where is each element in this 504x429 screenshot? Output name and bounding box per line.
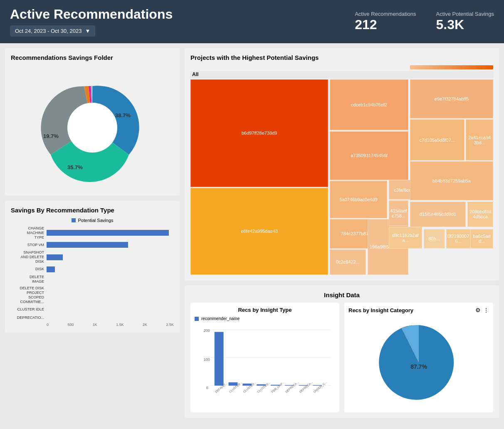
bar-track (47, 242, 174, 248)
treemap-cell: 2a41eca943bd... (466, 119, 493, 160)
bar-row: CHANGE MACHINE TYPE (11, 226, 174, 239)
treemap-cell: d15f5e485cdd9d1 (410, 202, 466, 227)
donut-panel: Recommendations Savings Folder (5, 48, 180, 196)
x-axis-label: 500 (67, 323, 74, 327)
treemap-cell: 80b... (424, 229, 445, 249)
chevron-down-icon: ▼ (85, 28, 90, 34)
stat-recommendations: Active Recommendations 212 (355, 11, 416, 32)
donut-title: Recommendations Savings Folder (11, 54, 174, 61)
treemap-cell-label: 0c2c6422... (335, 259, 361, 265)
svg-point-0 (67, 103, 117, 153)
insight-category-title: Recs by Insight Category (348, 307, 413, 313)
bar-track (47, 292, 174, 298)
insight-data-title: Insight Data (190, 291, 493, 298)
svg-text:200: 200 (204, 328, 210, 333)
svg-text:DEPRECA...: DEPRECA... (299, 381, 314, 394)
small-bar-legend: recommender_name (195, 316, 335, 321)
bar-row: DEPRECATIO... (11, 315, 174, 321)
treemap-cell: e8fe42a995dae43 (190, 188, 328, 275)
svg-text:CLUSTER...: CLUSTER... (242, 381, 257, 393)
svg-text:19.7%: 19.7% (43, 133, 59, 139)
bar-label: DEPRECATIO... (11, 316, 44, 320)
x-axis: 05001K1.5K2K2.5K (11, 323, 174, 327)
treemap-cell: cdceb1c94b76ef2 (330, 79, 408, 130)
bar-label: DELETE IMAGE (11, 275, 44, 284)
treemap-container: b6d97ff28e738d9e8fe42a995dae43cdceb1c94b… (190, 79, 493, 275)
x-axis-label: 2K (143, 323, 147, 327)
recommendations-value: 212 (355, 17, 416, 32)
bar-track (47, 230, 174, 236)
bar-row: DISK (11, 266, 174, 272)
insight-type-panel: Recs by Insight Type recommender_name 20… (190, 303, 339, 412)
treemap-cell: b84b83d7259ab5a (410, 161, 493, 200)
date-range-button[interactable]: Oct 24, 2023 - Oct 30, 2023 ▼ (10, 25, 95, 37)
header: Active Recommendations Oct 24, 2023 - Oc… (0, 0, 504, 43)
bar-track (47, 315, 174, 321)
treemap-cell: 0c2c6422... (330, 249, 366, 275)
main-grid: Recommendations Savings Folder (0, 43, 504, 428)
x-axis-label: 1K (93, 323, 97, 327)
bar-fill (47, 266, 55, 272)
insight-data-panel: Insight Data Recs by Insight Type recomm… (185, 286, 499, 418)
svg-text:0: 0 (206, 386, 208, 390)
x-axis-label: 0 (47, 323, 49, 327)
treemap-cell: c7d105a5d8f07... (410, 119, 464, 160)
bar-track (47, 254, 174, 260)
treemap-cell: 209bbd6fd4d5cca (467, 202, 493, 227)
treemap-cell: 415daefc758... (389, 200, 408, 226)
treemap-cell: e9e7f32784abff5 (410, 79, 493, 118)
treemap-cell-label: b6d97ff28e738d9 (241, 130, 278, 136)
all-label: All (192, 72, 198, 77)
bar-track (47, 307, 174, 313)
savings-value: 5.3K (436, 17, 494, 32)
bar-row: CLUSTER IDLE (11, 307, 174, 313)
bar-panel: Savings By Recommendation Type Potential… (5, 201, 180, 333)
insight-category-panel: Recs by Insight Category ⚙ ⋮ (344, 303, 493, 412)
insight-grid: Recs by Insight Type recommender_name 20… (190, 303, 493, 412)
treemap-cell-label: 80b... (427, 235, 441, 242)
treemap-cell: a7350931745456f (330, 131, 408, 180)
donut-chart: 38.7% 35.7% 19.7% (26, 69, 159, 186)
treemap-cell: d9c1182b2afa... (389, 227, 422, 249)
bar-chart: CHANGE MACHINE TYPESTOP VMSNAPSHOT AND D… (11, 226, 174, 321)
bar-row: DELETE IMAGE (11, 275, 174, 284)
bar-legend: Potential Savings (11, 218, 174, 223)
svg-text:35.7%: 35.7% (67, 164, 83, 170)
bar-row: STOP VM (11, 242, 174, 248)
treemap-cell-label: cdceb1c94b76ef2 (350, 101, 388, 108)
treemap-cell: 5a0746b9ac0e4d9 (330, 181, 387, 218)
small-legend-label: recommender_name (201, 316, 240, 321)
bar-label: DISK (11, 267, 44, 271)
stat-savings: Active Potential Savings 5.3K (436, 11, 494, 32)
treemap-cell-label: e8fe42a995dae43 (240, 228, 279, 234)
more-options-icon[interactable]: ⋮ (483, 307, 489, 313)
treemap-cell-label: b84b83d7259ab5a (432, 178, 472, 184)
svg-rect-10 (215, 332, 224, 385)
bar-fill (47, 254, 63, 260)
header-stats: Active Recommendations 212 Active Potent… (355, 11, 494, 32)
settings-icon[interactable]: ⚙ (475, 307, 481, 313)
category-pie-chart: 87.7% (377, 321, 460, 404)
bar-fill (47, 242, 128, 248)
treemap-legend-bar (410, 65, 493, 69)
bar-track (47, 266, 174, 272)
treemap-cell: 0f21900076... (446, 229, 470, 249)
treemap-cell-label: c7d105a5d8f07... (419, 137, 456, 143)
treemap-cell-label: d15f5e485cdd9d1 (419, 211, 457, 217)
svg-text:CLUSTER...: CLUSTER... (257, 381, 271, 393)
bar-track (47, 276, 174, 282)
bar-title: Savings By Recommendation Type (11, 207, 174, 214)
legend-label: Potential Savings (78, 218, 114, 223)
date-range-label: Oct 24, 2023 - Oct 30, 2023 (15, 28, 82, 34)
treemap-cell-label: 0f21900076... (447, 233, 470, 244)
bar-label: CHANGE MACHINE TYPE (11, 226, 44, 239)
x-axis-label: 2.5K (166, 323, 174, 327)
x-axis-label: 1.5K (116, 323, 124, 327)
header-left: Active Recommendations Oct 24, 2023 - Oc… (10, 7, 173, 37)
treemap-cell-label: 2a41eca943bd... (466, 134, 493, 146)
treemap-cell-label: 209bbd6fd4d5cca (468, 208, 493, 220)
svg-text:DEPRECA...: DEPRECA... (285, 381, 299, 394)
page-title: Active Recommendations (10, 7, 173, 22)
treemap-cell-label: d9c1182b2afa... (389, 232, 422, 244)
svg-text:100: 100 (204, 358, 210, 362)
